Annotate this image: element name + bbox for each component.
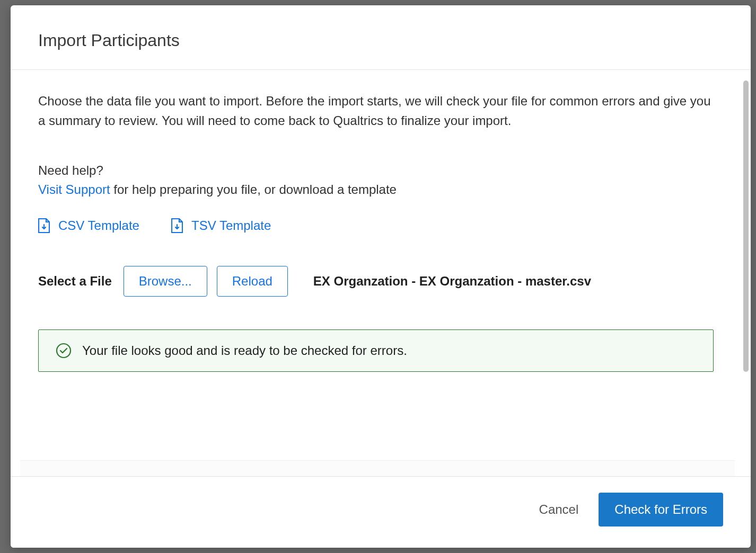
file-select-row: Select a File Browse... Reload EX Organz… xyxy=(38,266,714,297)
csv-template-link[interactable]: CSV Template xyxy=(38,218,139,233)
select-file-label: Select a File xyxy=(38,274,112,289)
cancel-button[interactable]: Cancel xyxy=(539,502,579,517)
visit-support-link[interactable]: Visit Support xyxy=(38,182,110,197)
modal-header: Import Participants xyxy=(11,5,751,70)
scrollbar-thumb[interactable] xyxy=(743,81,749,372)
scrollbar-track[interactable] xyxy=(743,81,749,466)
check-for-errors-button[interactable]: Check for Errors xyxy=(599,493,723,527)
status-success-box: Your file looks good and is ready to be … xyxy=(38,329,714,372)
selected-filename: EX Organzation - EX Organzation - master… xyxy=(313,274,591,289)
file-download-icon xyxy=(171,218,183,233)
modal-title: Import Participants xyxy=(38,31,723,50)
modal-body-wrapper: Choose the data file you want to import.… xyxy=(11,70,751,476)
modal-footer: Cancel Check for Errors xyxy=(11,476,751,548)
modal-body: Choose the data file you want to import.… xyxy=(11,70,741,476)
help-heading: Need help? xyxy=(38,163,714,178)
help-rest-text: for help preparing you file, or download… xyxy=(110,182,397,197)
check-circle-icon xyxy=(56,343,72,359)
csv-template-label: CSV Template xyxy=(58,218,139,233)
status-message: Your file looks good and is ready to be … xyxy=(82,343,407,358)
tsv-template-link[interactable]: TSV Template xyxy=(171,218,271,233)
tsv-template-label: TSV Template xyxy=(191,218,271,233)
help-line: Visit Support for help preparing you fil… xyxy=(38,182,714,197)
file-download-icon xyxy=(38,218,50,233)
import-participants-modal: Import Participants Choose the data file… xyxy=(11,5,751,548)
svg-point-0 xyxy=(57,344,71,358)
reload-button[interactable]: Reload xyxy=(217,266,288,297)
browse-button[interactable]: Browse... xyxy=(124,266,207,297)
intro-text: Choose the data file you want to import.… xyxy=(38,91,714,130)
template-links: CSV Template TSV Template xyxy=(38,218,714,233)
